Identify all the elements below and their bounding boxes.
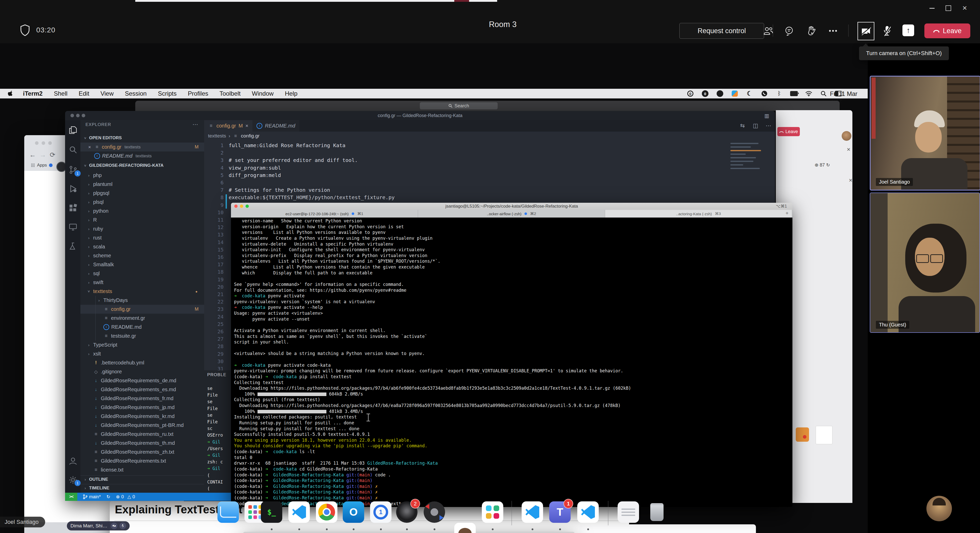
bookmarks-apps[interactable]: Apps (31, 163, 52, 168)
tree-item-license.txt[interactable]: ≡license.txt (80, 465, 204, 474)
tree-item-texttests[interactable]: ˅texttests● (80, 287, 204, 296)
tree-item-sql[interactable]: ›sql (80, 269, 204, 278)
tree-item-plsql[interactable]: ›plsql (80, 198, 204, 206)
tree-item-GildedRoseRequirements_de.md[interactable]: ↓GildedRoseRequirements_de.md (80, 376, 204, 385)
tree-item-php[interactable]: ›php (80, 171, 204, 180)
tree-item-ruby[interactable]: ›ruby (80, 224, 204, 233)
mic-off-icon[interactable] (879, 24, 895, 38)
tree-item-scala[interactable]: ›scala (80, 242, 204, 251)
dock-outlook-icon[interactable]: O (343, 501, 364, 523)
dock-dbeaver-icon[interactable]: CE (454, 523, 476, 533)
apple-menu-icon[interactable] (7, 90, 13, 97)
menu-help[interactable]: Help (285, 90, 298, 97)
menu-shell[interactable]: Shell (54, 90, 67, 97)
tree-item-GildedRoseRequirements_ru.txt[interactable]: ≡GildedRoseRequirements_ru.txt (80, 430, 204, 439)
request-control-button[interactable]: Request control (679, 23, 764, 39)
traffic-zoom[interactable] (82, 114, 85, 117)
breadcrumb-file[interactable]: config.gr (241, 133, 259, 139)
tree-item-config.gr[interactable]: ≡config.grM (80, 305, 204, 314)
wifi-icon[interactable] (805, 90, 813, 97)
globe-icon[interactable] (716, 90, 724, 97)
self-video-avatar[interactable] (926, 496, 952, 521)
tree-item-swift[interactable]: ›swift (80, 278, 204, 287)
explorer-icon[interactable] (68, 125, 78, 135)
dock-trash-icon[interactable] (646, 501, 668, 523)
tree-item-Smalltalk[interactable]: ›Smalltalk (80, 260, 204, 269)
tree-item-plpgsql[interactable]: ›plpgsql (80, 189, 204, 198)
timeline-section[interactable]: ›TIMELINE (80, 484, 204, 492)
tree-item-rust[interactable]: ›rust (80, 233, 204, 242)
breadcrumb[interactable]: texttests › ≡ config.gr (208, 132, 259, 140)
terminal-content[interactable]: version-name Show the current Python ver… (231, 217, 792, 507)
close-icon[interactable]: × (87, 144, 92, 150)
dock-slack-icon[interactable] (482, 501, 503, 523)
dock-iterm-icon[interactable]: $_ (261, 501, 282, 523)
background-search-box[interactable]: Search (420, 102, 498, 109)
close-icon[interactable]: × (849, 177, 853, 184)
terminal-tab-3[interactable]: ..actoring-Kata (-zsh)⌘3 (605, 210, 792, 217)
tab-README.md[interactable]: iREADME.md (252, 120, 299, 132)
dock-camera-icon[interactable] (424, 501, 445, 523)
menu-toolbelt[interactable]: Toolbelt (220, 90, 241, 97)
dock-teams-icon[interactable]: T1 (549, 501, 571, 523)
browser-extensions-count[interactable]: ⊕ 87 ↻ (815, 162, 830, 168)
extensions-icon[interactable] (68, 203, 78, 213)
tree-item-scheme[interactable]: ›scheme (80, 251, 204, 260)
back-icon[interactable]: ← (29, 151, 36, 159)
tab-config.gr[interactable]: ≡config.grM× (204, 120, 252, 132)
git-branch[interactable]: main* (83, 494, 101, 500)
tree-item-R[interactable]: ›R (80, 216, 204, 224)
window-close[interactable]: ✕ (959, 3, 970, 13)
code-editor[interactable]: full_name:Gilded Rose Refactoring Kata #… (229, 142, 395, 201)
camera-toggle-button[interactable] (858, 22, 874, 40)
problems-tab[interactable]: PROBLE (207, 372, 226, 378)
dock-vscode-icon[interactable] (288, 501, 310, 523)
menu-edit[interactable]: Edit (79, 90, 89, 97)
tree-item-python[interactable]: ›python (80, 206, 204, 216)
tree-item-GildedRoseRequirements_th.md[interactable]: ↓GildedRoseRequirements_th.md (80, 439, 204, 447)
testing-icon[interactable] (68, 242, 78, 251)
more-icon[interactable]: ⋯ (192, 121, 198, 128)
sync-icon[interactable]: ↻ (107, 494, 110, 500)
dock-vscode-icon[interactable] (522, 501, 543, 523)
open-editor-config.gr[interactable]: ×≡config.grtexttestsM (80, 143, 204, 151)
minimap[interactable] (730, 143, 769, 173)
search-icon[interactable] (68, 145, 78, 155)
raise-hand-icon[interactable] (803, 24, 820, 38)
tree-item-ThirtyDays[interactable]: ›ThirtyDays (80, 296, 204, 305)
traffic-zoom[interactable] (48, 141, 52, 145)
tree-item-testsuite.gr[interactable]: ≡testsuite.gr (80, 332, 204, 341)
phone-icon[interactable] (760, 90, 768, 97)
tree-item-GildedRoseRequirements_pt-BR.md[interactable]: ↓GildedRoseRequirements_pt-BR.md (80, 421, 204, 430)
tree-item-README.md[interactable]: iREADME.md (80, 323, 204, 332)
notification-icon[interactable]: 0 (701, 90, 709, 97)
battery-icon[interactable] (790, 90, 798, 97)
participants-pill[interactable]: Dima Marr, Shivani... (67, 521, 130, 530)
onepassword-icon[interactable]: 0 (687, 90, 694, 97)
dock-finder-icon[interactable] (218, 501, 239, 523)
layout-icon[interactable]: ▥ (764, 113, 769, 119)
traffic-minimize[interactable] (240, 205, 243, 208)
tree-item-GildedRoseRequirements_es.md[interactable]: ↓GildedRoseRequirements_es.md (80, 385, 204, 394)
new-tab-icon[interactable]: + (786, 210, 789, 216)
project-section[interactable]: ˅GILDEDROSE-REFACTORING-KATA (80, 162, 204, 169)
traffic-minimize[interactable] (41, 141, 45, 145)
tree-item-GildedRoseRequirements_jp.md[interactable]: ↓GildedRoseRequirements_jp.md (80, 403, 204, 412)
spotlight-icon[interactable] (820, 90, 827, 97)
tree-item-.bettercodehub.yml[interactable]: !.bettercodehub.yml (80, 358, 204, 367)
forward-icon[interactable]: → (40, 151, 46, 159)
menu-session[interactable]: Session (125, 90, 146, 97)
outline-section[interactable]: ›OUTLINE (80, 475, 204, 483)
dock-lens-icon[interactable]: 2 (396, 501, 417, 523)
terminal-tab-2[interactable]: ..ocker-airflow (-zsh)⌘2 (418, 210, 605, 217)
terminal-tab-1[interactable]: ec2-user@ip-172-20-106-249:~ (ssh)⌘1 (231, 210, 418, 217)
dock-vscode-icon[interactable] (577, 501, 599, 523)
bluetooth-icon[interactable]: ᛒ (775, 90, 783, 97)
menu-view[interactable]: View (100, 90, 114, 97)
reload-icon[interactable]: ⟳ (50, 151, 56, 159)
tree-item-TypeScript[interactable]: ›TypeScript (80, 341, 204, 349)
problems-summary[interactable]: ⊗0 △0 (116, 494, 135, 500)
open-editors-section[interactable]: ˅OPEN EDITORS (80, 134, 204, 142)
traffic-close[interactable] (70, 114, 74, 117)
close-icon[interactable]: × (847, 146, 850, 153)
